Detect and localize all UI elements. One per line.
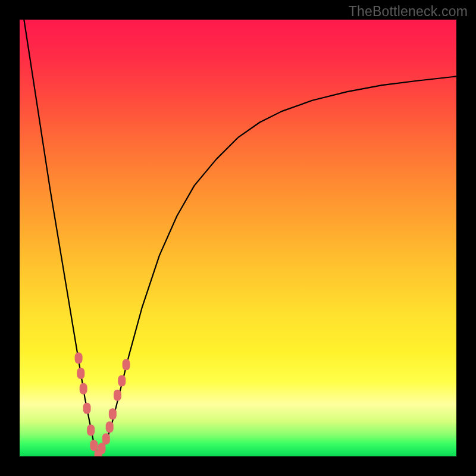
data-marker: [109, 408, 117, 419]
data-marker: [95, 449, 102, 456]
data-marker: [80, 383, 87, 394]
plot-area: [20, 20, 456, 456]
data-marker: [77, 368, 84, 379]
data-marker: [118, 375, 126, 387]
data-marker: [87, 424, 95, 436]
data-marker: [75, 352, 83, 364]
data-marker: [106, 421, 114, 433]
marker-cluster: [75, 352, 130, 456]
data-marker: [114, 390, 121, 401]
data-marker: [102, 433, 110, 444]
bottleneck-curve: [24, 20, 456, 456]
data-marker: [90, 440, 98, 451]
data-marker: [83, 403, 91, 414]
data-marker: [98, 443, 105, 454]
curve-layer: [20, 20, 456, 456]
chart-frame: TheBottleneck.com: [0, 0, 476, 476]
data-marker: [123, 359, 130, 370]
watermark-text: TheBottleneck.com: [349, 4, 468, 20]
bottleneck-curve-path: [24, 20, 456, 456]
